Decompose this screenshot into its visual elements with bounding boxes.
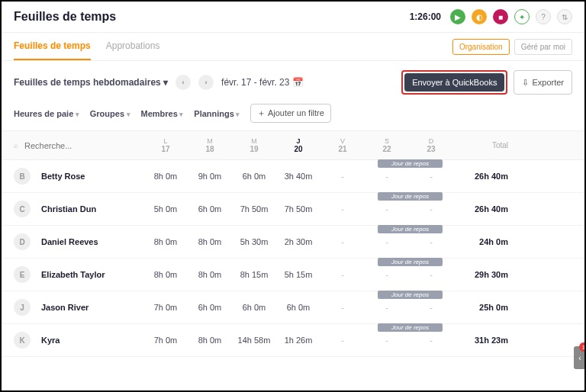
time-cell: 7h 0m xyxy=(143,336,188,345)
search-input[interactable] xyxy=(24,141,116,150)
rest-day-badge: Jour de repos xyxy=(378,323,443,332)
time-cell: 6h 0m xyxy=(232,303,276,312)
avatar: E xyxy=(14,266,31,283)
rest-day-badge: Jour de repos xyxy=(378,291,443,299)
table-row[interactable]: Jour de reposDDaniel Reeves8h 0m8h 0m5h … xyxy=(2,226,584,259)
filter-schedules[interactable]: Plannings xyxy=(194,109,240,118)
member-name: Jason River xyxy=(41,303,143,312)
send-quickbooks-button[interactable]: Envoyer à QuickBooks xyxy=(404,73,504,92)
time-cell: - xyxy=(320,204,365,214)
date-range[interactable]: févr. 17 - févr. 23 📅 xyxy=(221,77,304,88)
member-name: Daniel Reeves xyxy=(41,237,143,246)
avatar: K xyxy=(14,332,31,349)
view-organisation[interactable]: Organisation xyxy=(452,39,510,55)
time-cell: 5h 30m xyxy=(232,237,276,246)
tab-approvals[interactable]: Approbations xyxy=(106,33,160,60)
day-header: D23 xyxy=(409,137,453,153)
row-total: 25h 0m xyxy=(453,303,514,312)
row-total: 26h 40m xyxy=(453,204,514,214)
member-name: Betty Rose xyxy=(41,172,143,181)
time-cell: 5h 0m xyxy=(143,204,188,214)
side-panel-toggle[interactable]: ‹1 xyxy=(574,346,586,369)
time-cell: 8h 0m xyxy=(188,237,232,246)
app-header: Feuilles de temps 1:26:00 ▶ ◐ ■ ✦ ? ⇅ xyxy=(2,2,584,33)
time-cell: - xyxy=(409,172,453,181)
day-header: L17 xyxy=(143,137,188,153)
tabs-bar: Feuilles de temps Approbations Organisat… xyxy=(2,33,584,61)
time-cell: 2h 30m xyxy=(276,237,320,246)
time-cell: 8h 15m xyxy=(232,270,276,279)
time-cell: 6h 0m xyxy=(188,303,232,312)
time-cell: 3h 40m xyxy=(276,172,320,181)
time-cell: - xyxy=(320,172,365,181)
time-cell: 1h 26m xyxy=(276,336,320,345)
row-total: 24h 0m xyxy=(453,237,514,246)
rest-day-badge: Jour de repos xyxy=(378,225,443,233)
next-week-button[interactable]: › xyxy=(198,75,214,90)
header-actions: 1:26:00 ▶ ◐ ■ ✦ ? ⇅ xyxy=(410,9,572,24)
rest-day-badge: Jour de repos xyxy=(378,159,443,168)
time-cell: - xyxy=(409,336,453,345)
table-row[interactable]: Jour de reposJJason River7h 0m6h 0m6h 0m… xyxy=(2,291,584,324)
day-header: M19 xyxy=(232,137,276,153)
time-cell: - xyxy=(365,303,409,312)
filter-groups[interactable]: Groupes xyxy=(90,109,130,118)
time-cell: 8h 0m xyxy=(143,270,188,279)
toolbar: Feuilles de temps hebdomadaires ▾ ‹ › fé… xyxy=(2,61,584,104)
user-icon[interactable]: ✦ xyxy=(514,9,530,24)
rest-day-badge: Jour de repos xyxy=(378,258,443,266)
time-cell: - xyxy=(320,237,365,246)
day-header: J20 xyxy=(276,137,320,153)
row-total: 31h 23m xyxy=(453,336,514,345)
filter-payroll[interactable]: Heures de paie xyxy=(14,109,79,118)
time-cell: - xyxy=(320,303,365,312)
view-managed-by-me[interactable]: Géré par moi xyxy=(514,39,572,55)
table-row[interactable]: Jour de reposCChristian Dun5h 0m6h 0m7h … xyxy=(2,193,584,226)
time-cell: - xyxy=(409,237,453,246)
export-button[interactable]: ⇩ Exporter xyxy=(514,70,572,95)
time-cell: 8h 0m xyxy=(188,336,232,345)
member-name: Elizabeth Taylor xyxy=(41,270,143,279)
time-cell: 6h 0m xyxy=(188,204,232,214)
time-cell: - xyxy=(365,336,409,345)
table-row[interactable]: Jour de reposKKyra7h 0m8h 0m14h 58m1h 26… xyxy=(2,324,584,357)
time-cell: 8h 0m xyxy=(188,270,232,279)
stop-icon[interactable]: ■ xyxy=(493,9,508,24)
period-selector[interactable]: Feuilles de temps hebdomadaires ▾ xyxy=(14,77,168,88)
pause-icon[interactable]: ◐ xyxy=(472,9,487,24)
timer-display: 1:26:00 xyxy=(410,11,441,22)
time-cell: 7h 0m xyxy=(143,303,188,312)
avatar: D xyxy=(14,233,31,250)
time-cell: - xyxy=(365,237,409,246)
time-cell: - xyxy=(365,204,409,214)
play-icon[interactable]: ▶ xyxy=(450,9,465,24)
prev-week-button[interactable]: ‹ xyxy=(175,75,191,90)
time-cell: 6h 0m xyxy=(232,172,276,181)
filter-members[interactable]: Membres xyxy=(141,109,184,118)
page-title: Feuilles de temps xyxy=(14,10,116,24)
add-filter-button[interactable]: ＋ Ajouter un filtre xyxy=(250,104,330,123)
time-cell: - xyxy=(409,270,453,279)
day-header: S22 xyxy=(365,137,409,153)
filter-bar: Heures de paie Groupes Membres Plannings… xyxy=(2,104,584,130)
time-cell: - xyxy=(409,303,453,312)
member-name: Kyra xyxy=(41,336,143,345)
time-cell: 14h 58m xyxy=(232,336,276,345)
time-cell: 8h 0m xyxy=(143,172,188,181)
activity-icon[interactable]: ⇅ xyxy=(557,9,572,24)
avatar: B xyxy=(14,168,31,185)
table-row[interactable]: Jour de reposEElizabeth Taylor8h 0m8h 0m… xyxy=(2,259,584,291)
table-row[interactable]: Jour de reposBBetty Rose8h 0m9h 0m6h 0m3… xyxy=(2,160,584,193)
time-cell: 9h 0m xyxy=(188,172,232,181)
row-total: 29h 30m xyxy=(453,270,514,279)
tab-timesheets[interactable]: Feuilles de temps xyxy=(14,33,91,60)
table-header: ⌕ L17M18M19J20V21S22D23 Total xyxy=(2,130,584,160)
highlight-box: Envoyer à QuickBooks xyxy=(401,70,507,95)
help-icon[interactable]: ? xyxy=(536,9,551,24)
search-icon: ⌕ xyxy=(14,141,18,149)
day-header: V21 xyxy=(320,137,365,153)
time-cell: 8h 0m xyxy=(143,237,188,246)
member-name: Christian Dun xyxy=(41,204,143,214)
avatar: C xyxy=(14,201,31,217)
time-cell: - xyxy=(409,204,453,214)
